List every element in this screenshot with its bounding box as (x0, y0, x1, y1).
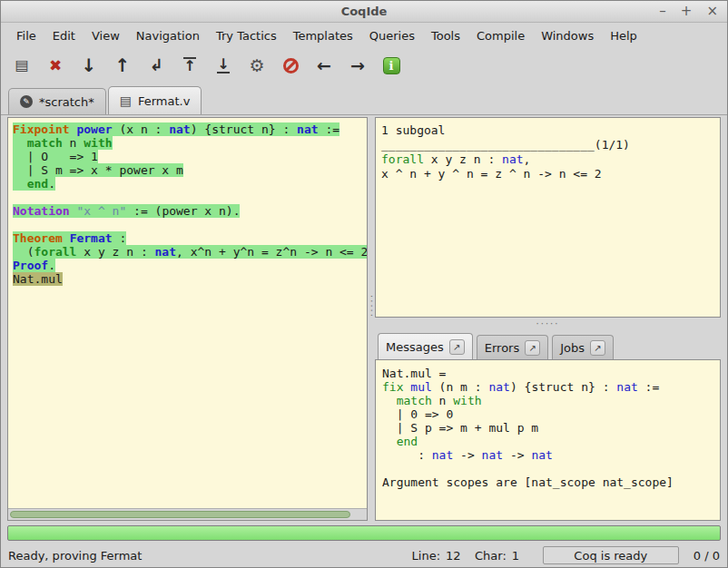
code-line: Fixpoint power (x n : nat) {struct n} : … (13, 122, 367, 136)
code-line: match n with (13, 136, 367, 150)
detach-icon[interactable]: ↗ (449, 339, 465, 355)
code-line: : nat -> nat -> nat (382, 448, 713, 462)
tab-errors[interactable]: Errors↗ (477, 335, 548, 359)
code-line: fix mul (n m : nat) {struct n} : nat := (382, 380, 713, 394)
tab-label: Jobs (560, 341, 585, 355)
menu-windows[interactable]: Windows (533, 25, 602, 46)
editor-code: Fixpoint power (x n : nat) {struct n} : … (8, 118, 367, 286)
code-line (13, 191, 367, 204)
code-line: forall x y z n : nat, (381, 152, 714, 167)
menu-templates[interactable]: Templates (285, 25, 361, 46)
down-arrow-icon: ↓ (82, 56, 97, 74)
gear-icon: ⚙ (249, 57, 264, 74)
backward-one-step-button[interactable]: ↑ (109, 52, 136, 79)
close-buffer-button[interactable]: ✖ (42, 52, 69, 79)
tab-label: Messages (386, 340, 444, 354)
tab-scratch[interactable]: ✎ *scratch* (8, 88, 106, 114)
interrupt-button[interactable] (277, 52, 304, 79)
window-title: CoqIde (341, 5, 388, 18)
tab-messages[interactable]: Messages↗ (378, 333, 473, 359)
tab-strip: ✎ *scratch* ▤ Fermat.v (1, 83, 727, 115)
document-icon: ▤ (120, 94, 132, 107)
up-arrow-to-bar-icon: ↑ (183, 57, 195, 73)
coqide-window: CoqIde – + × FileEditViewNavigationTry T… (0, 0, 728, 568)
main-area: Fixpoint power (x n : nat) {struct n} : … (1, 115, 727, 521)
status-text: Ready, proving Fermat (8, 549, 142, 563)
down-arrow-to-bar-icon: ↓ (217, 57, 229, 73)
goal-panel[interactable]: 1 subgoal______________________________(… (375, 117, 721, 318)
save-button[interactable]: ▤ (8, 52, 35, 79)
up-arrow-icon: ↑ (115, 56, 131, 74)
horizontal-splitter[interactable]: ····· (375, 318, 721, 329)
code-line: Argument scopes are [nat_scope nat_scope… (382, 475, 713, 489)
code-line: match n with (382, 394, 713, 407)
close-x-icon: ✖ (49, 58, 62, 73)
tab-label: Errors (485, 341, 519, 355)
menu-bar: FileEditViewNavigationTry TacticsTemplat… (1, 23, 727, 48)
menu-try-tactics[interactable]: Try Tactics (208, 25, 285, 46)
code-line: Theorem Fermat : (13, 231, 367, 245)
go-to-end-button[interactable]: ↓ (210, 52, 237, 79)
code-line: Nat.mul = (382, 367, 713, 380)
tab-fermat[interactable]: ▤ Fermat.v (108, 86, 202, 114)
char-label: Char: (475, 549, 507, 563)
line-label: Line: (412, 549, 440, 563)
code-line: Nat.mul (13, 272, 367, 286)
right-column: 1 subgoal______________________________(… (375, 117, 721, 521)
job-counter: 0 / 0 (694, 549, 720, 563)
close-button[interactable]: × (706, 5, 718, 18)
right-arrow-icon: → (350, 57, 365, 74)
menu-navigation[interactable]: Navigation (128, 25, 208, 46)
info-icon: i (383, 57, 400, 74)
splitter-handle: ····· (536, 318, 560, 328)
script-editor[interactable]: Fixpoint power (x n : nat) {struct n} : … (7, 117, 368, 521)
code-line: | S m => x * power x m (13, 163, 367, 177)
tab-label: Fermat.v (138, 94, 190, 108)
detach-icon[interactable]: ↗ (590, 340, 605, 356)
menu-edit[interactable]: Edit (44, 25, 84, 46)
code-line: ______________________________(1/1) (381, 138, 714, 152)
detach-icon[interactable]: ↗ (525, 340, 540, 356)
code-line: 1 subgoal (381, 123, 714, 138)
tab-jobs[interactable]: Jobs↗ (552, 335, 614, 359)
scrollbar-thumb[interactable] (10, 511, 350, 518)
code-line (382, 462, 713, 475)
code-line: Notation "x ^ n" := (power x n). (13, 204, 367, 218)
menu-help[interactable]: Help (602, 25, 645, 46)
menu-view[interactable]: View (84, 25, 128, 46)
go-to-cursor-button[interactable]: ↲ (143, 52, 170, 79)
left-arrow-icon: ← (317, 57, 331, 74)
code-line: (forall x y z n : nat, x^n + y^n = z^n -… (13, 245, 367, 259)
code-line (13, 218, 367, 231)
about-button[interactable]: i (378, 52, 405, 79)
char-value: 1 (512, 549, 528, 563)
maximize-button[interactable]: + (681, 5, 693, 18)
horizontal-scrollbar[interactable] (8, 508, 367, 520)
status-bar: Ready, proving Fermat Line: 12 Char: 1 C… (1, 544, 727, 567)
back-button[interactable]: ← (310, 52, 338, 79)
coq-status: Coq is ready (543, 546, 679, 564)
title-bar[interactable]: CoqIde – + × (1, 1, 727, 23)
menu-tools[interactable]: Tools (423, 25, 468, 46)
code-line: Proof. (13, 259, 367, 272)
pencil-glyph: ✎ (23, 98, 30, 106)
forward-one-step-button[interactable]: ↓ (75, 52, 103, 79)
tab-label: *scratch* (39, 95, 94, 109)
forward-button[interactable]: → (344, 52, 371, 79)
line-value: 12 (446, 549, 462, 563)
goal-code: 1 subgoal______________________________(… (376, 118, 720, 187)
menu-file[interactable]: File (8, 25, 44, 46)
return-arrow-icon: ↲ (149, 57, 162, 73)
code-line: end. (13, 177, 367, 191)
vertical-splitter[interactable]: ····· (368, 117, 375, 521)
minimize-button[interactable]: – (659, 5, 666, 18)
messages-panel[interactable]: Nat.mul =fix mul (n m : nat) {struct n} … (375, 359, 721, 521)
menu-compile[interactable]: Compile (468, 25, 533, 46)
fully-check-button[interactable]: ⚙ (243, 52, 271, 79)
messages-code: Nat.mul =fix mul (n m : nat) {struct n} … (376, 360, 720, 495)
go-to-start-button[interactable]: ↑ (176, 52, 203, 79)
progress-bar (7, 525, 721, 541)
code-line: | S p => m + mul p m (382, 421, 713, 435)
menu-queries[interactable]: Queries (361, 25, 423, 46)
code-line: x ^ n + y ^ n = z ^ n -> n <= 2 (381, 167, 714, 181)
